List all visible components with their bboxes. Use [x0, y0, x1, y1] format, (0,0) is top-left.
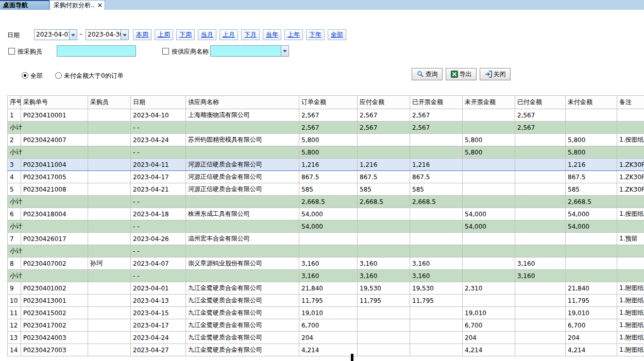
cell: 九江金鹭硬质合金有限公司 — [186, 332, 299, 344]
cell: 小计 — [8, 245, 88, 257]
cell: 2023-04-01 — [131, 282, 186, 295]
cell — [410, 319, 463, 332]
cell — [88, 332, 131, 344]
buyer-input[interactable] — [57, 46, 135, 56]
cell: 1.附图纸 — [617, 295, 644, 307]
supplier-combo[interactable] — [210, 45, 289, 57]
quick-range-button[interactable]: 本周 — [133, 29, 151, 40]
date-from-dropdown-icon[interactable] — [69, 30, 77, 40]
column-header[interactable]: 供应商名称 — [186, 96, 299, 109]
cell — [515, 295, 566, 307]
column-header[interactable]: 采购单号 — [21, 96, 88, 109]
close-button[interactable]: 关闭 — [480, 68, 511, 80]
cell — [617, 146, 644, 159]
cell — [515, 344, 566, 356]
subtotal-row[interactable]: 小计- -3,1603,1603,1603,160 — [8, 270, 644, 282]
radio-unpaid-gt-zero[interactable] — [55, 72, 62, 79]
supplier-value — [211, 46, 281, 56]
table-row[interactable]: 6P02304180042023-04-18株洲东成工具有限公司54,00054… — [8, 208, 644, 220]
cell: 867.5 — [410, 171, 463, 183]
date-to-dropdown-icon[interactable] — [121, 30, 128, 40]
buyer-input-wrap — [57, 45, 136, 57]
cell — [88, 208, 131, 220]
quick-range-button[interactable]: 上年 — [284, 29, 303, 40]
export-button[interactable]: 导出 — [446, 68, 477, 80]
cell: 2023-04-26 — [131, 233, 186, 245]
tab-label: 采购付款分析.. — [54, 2, 95, 9]
column-header[interactable]: 采购员 — [88, 96, 131, 109]
cell: P0230424003 — [21, 332, 88, 344]
table-row[interactable]: 11P02304150022023-04-15九江金鹭硬质合金有限公司19,01… — [8, 307, 644, 319]
cell: 2,668.5 — [358, 196, 410, 208]
cell — [358, 208, 410, 220]
cell: 204 — [566, 332, 617, 344]
by-supplier-checkbox[interactable] — [162, 48, 169, 55]
column-header[interactable]: 序号 — [8, 96, 21, 109]
table-row[interactable]: 7P02304260172023-04-26温州宏丰合金有限公司1.预留 — [8, 233, 644, 245]
subtotal-row[interactable]: 小计- - — [8, 245, 644, 257]
table-row[interactable]: 1P02304100012023-04-10上海顺衡物流有限公司2,5672,5… — [8, 109, 644, 122]
tab-desktop-navigation[interactable]: 桌面导航 — [0, 0, 49, 10]
table-row[interactable]: 5P02304210082023-04-21河源正信硬质合金有限公司585585… — [8, 183, 644, 196]
column-header[interactable]: 已开票金额 — [410, 96, 463, 109]
h-scrollbar-thumb[interactable] — [351, 354, 353, 361]
cell: 14 — [8, 344, 21, 356]
quick-range-button[interactable]: 上周 — [155, 29, 173, 40]
quick-range-button[interactable]: 上月 — [219, 29, 238, 40]
quick-range-button[interactable]: 下年 — [306, 29, 325, 40]
table-row[interactable]: 4P02304170052023-04-17河源正信硬质合金有限公司867.58… — [8, 171, 644, 183]
tab-close-icon[interactable]: × — [97, 2, 103, 9]
cell: 九江金鹭硬质合金有限公司 — [186, 344, 299, 356]
tab-purchase-payment-analysis[interactable]: 采购付款分析..× — [49, 0, 105, 10]
table-row[interactable]: 8P0230407002孙珂2023-04-07崇义章源钨业股份有限公司3,16… — [8, 257, 644, 270]
cell: 867.5 — [358, 171, 410, 183]
table-row[interactable]: 12P02304170022023-04-17九江金鹭硬质合金有限公司6,700… — [8, 319, 644, 332]
subtotal-row[interactable]: 小计- -5,8005,8005,800 — [8, 146, 644, 159]
table-row[interactable]: 13P02304240032023-04-24九江金鹭硬质合金有限公司20420… — [8, 332, 644, 344]
column-header[interactable]: 已付金额 — [515, 96, 566, 109]
radio-all[interactable] — [22, 72, 28, 79]
table-row[interactable]: 9P02304010022023-04-01九江金鹭硬质合金有限公司21,840… — [8, 282, 644, 295]
table-row[interactable]: 3P02304110042023-04-11河源正信硬质合金有限公司1,2161… — [8, 159, 644, 171]
query-button[interactable]: 查询 — [412, 68, 443, 80]
cell: 3,160 — [410, 257, 463, 270]
column-header[interactable]: 未开票金额 — [463, 96, 515, 109]
by-buyer-checkbox[interactable] — [8, 48, 15, 55]
cell: 5,800 — [463, 146, 515, 159]
cell: 13 — [8, 332, 21, 344]
cell — [515, 183, 566, 196]
quick-range-button[interactable]: 下周 — [176, 29, 195, 40]
quick-range-button[interactable]: 当月 — [198, 29, 216, 40]
column-header[interactable]: 应付金额 — [358, 96, 410, 109]
cell: 小计 — [8, 220, 88, 233]
quick-range-button[interactable]: 全部 — [328, 29, 346, 40]
column-header[interactable]: 备注 — [617, 96, 644, 109]
cell: 温州宏丰合金有限公司 — [186, 233, 299, 245]
date-from-combo[interactable]: 2023-04-01 — [34, 29, 77, 40]
cell: P0230427003 — [21, 344, 88, 356]
cell — [358, 332, 410, 344]
column-header[interactable]: 未付金额 — [566, 96, 617, 109]
cell — [88, 233, 131, 245]
cell: 19,530 — [358, 282, 410, 295]
subtotal-row[interactable]: 小计- -54,00054,00054,000 — [8, 220, 644, 233]
table-row[interactable]: 10P02304130012023-04-13九江金鹭硬质合金有限公司11,79… — [8, 295, 644, 307]
cell: 11,795 — [566, 295, 617, 307]
quick-range-button[interactable]: 下月 — [241, 29, 260, 40]
orders-grid: 序号采购单号采购员日期供应商名称订单金额应付金额已开票金额未开票金额已付金额未付… — [7, 95, 644, 356]
supplier-dropdown-icon[interactable] — [281, 46, 289, 56]
column-header[interactable]: 日期 — [131, 96, 186, 109]
column-header[interactable]: 订单金额 — [299, 96, 358, 109]
quick-range-button[interactable]: 当年 — [263, 29, 281, 40]
date-to-combo[interactable]: 2023-04-30 — [86, 29, 129, 40]
cell: 4,214 — [463, 344, 515, 356]
subtotal-row[interactable]: 小计- -2,668.52,668.52,668.52,668.5 — [8, 196, 644, 208]
subtotal-row[interactable]: 小计- -2,5672,5672,5672,567 — [8, 122, 644, 134]
cell: 1,216 — [566, 159, 617, 171]
table-row[interactable]: 2P02304240072023-04-24苏州钧固精密模具有限公司5,8005… — [8, 134, 644, 146]
cell: 河源正信硬质合金有限公司 — [186, 171, 299, 183]
table-row[interactable]: 14P02304270032023-04-27九江金鹭硬质合金有限公司4,214… — [8, 344, 644, 356]
cell: P0230413001 — [21, 295, 88, 307]
radio-all-label: 全部 — [30, 72, 43, 80]
cell: 1.附图纸 — [617, 282, 644, 295]
